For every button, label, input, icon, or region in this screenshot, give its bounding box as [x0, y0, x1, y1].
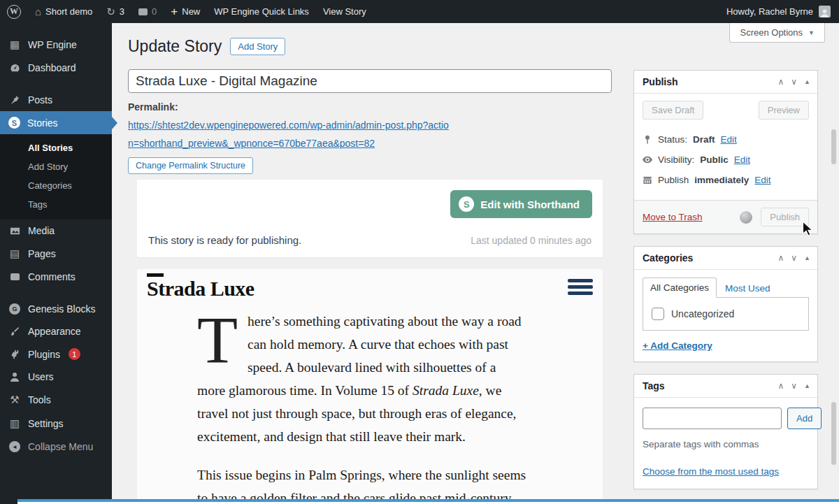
genesis-blocks-icon: G [8, 303, 21, 315]
collapse-toggle-icon[interactable]: ▲ [804, 78, 810, 85]
move-up-icon[interactable]: ∧ [777, 381, 784, 391]
tags-panel: Tags ∧ ∨ ▲ Add Separate tags with commas… [633, 374, 818, 489]
move-up-icon[interactable]: ∧ [777, 253, 784, 263]
sidebar-item-label: Media [28, 225, 55, 236]
edit-visibility-link[interactable]: Edit [734, 154, 750, 165]
choose-most-used-tags-link[interactable]: Choose from the most used tags [643, 466, 779, 477]
new-label: New [182, 6, 200, 17]
sidebar-item-genesis-blocks[interactable]: G Genesis Blocks [0, 298, 112, 320]
sidebar-item-tools[interactable]: ⚒ Tools [0, 388, 112, 412]
scrollbar-thumb[interactable] [831, 129, 836, 164]
new-content-menu[interactable]: + New [164, 0, 207, 23]
calendar-icon [643, 175, 652, 185]
publish-button[interactable]: Publish [761, 208, 809, 226]
sidebar-item-wp-engine[interactable]: ▦ WP Engine [0, 33, 112, 57]
plugin-icon [8, 350, 21, 359]
collapse-arrow-icon: ◄ [8, 441, 21, 452]
tags-panel-title: Tags [643, 380, 777, 391]
screen-options-label: Screen Options [740, 27, 803, 38]
scrollbar-thumb[interactable] [831, 402, 836, 465]
spinner-icon [740, 211, 752, 224]
updates-icon: ↻ [106, 6, 115, 17]
collapse-toggle-icon[interactable]: ▲ [804, 254, 810, 261]
sidebar-item-appearance[interactable]: Appearance [0, 320, 112, 343]
wp-logo-menu[interactable]: W [0, 0, 28, 23]
view-story-label: View Story [323, 6, 366, 17]
tab-most-used[interactable]: Most Used [717, 279, 779, 298]
publish-panel: Publish ∧ ∨ ▲ Save Draft Preview Status: [633, 70, 818, 234]
sidebar-item-stories[interactable]: S Stories [0, 111, 112, 134]
pushpin-icon [8, 95, 21, 105]
sidebar-item-plugins[interactable]: Plugins 1 [0, 343, 112, 366]
story-body: There’s something captivating about the … [197, 310, 527, 504]
categories-panel-title: Categories [643, 252, 777, 264]
submenu-item-all-stories[interactable]: All Stories [0, 138, 112, 157]
person-icon [820, 8, 829, 17]
howdy-label[interactable]: Howdy, Rachel Byrne [726, 6, 813, 17]
comments-link[interactable]: 0 [131, 0, 164, 23]
comment-bubble-icon [138, 8, 148, 15]
status-value: Draft [693, 134, 715, 145]
edit-status-link[interactable]: Edit [721, 134, 737, 145]
story-title-input[interactable] [128, 69, 612, 93]
categories-panel: Categories ∧ ∨ ▲ All Categories Most Use… [633, 246, 818, 362]
story-paragraph-2: This issue begins in Palm Springs, where… [197, 463, 527, 504]
uncategorized-checkbox[interactable] [652, 308, 664, 320]
sidebar-item-comments[interactable]: Comments [0, 266, 112, 288]
grid-icon: ▦ [8, 38, 21, 51]
move-up-icon[interactable]: ∧ [777, 77, 784, 87]
submenu-item-categories[interactable]: Categories [0, 176, 112, 195]
sidebar-item-label: Stories [27, 117, 58, 129]
submenu-item-add-story[interactable]: Add Story [0, 157, 112, 176]
sidebar-item-settings[interactable]: ▥ Settings [0, 412, 112, 435]
status-pin-icon [643, 135, 652, 144]
permalink-url-link[interactable]: https://shtest2dev.wpenginepowered.com/w… [128, 117, 450, 153]
change-permalink-button[interactable]: Change Permalink Structure [128, 157, 253, 174]
sidebar-item-label: Settings [28, 418, 64, 429]
sidebar-item-posts[interactable]: Posts [0, 89, 112, 111]
add-category-link[interactable]: + Add Category [643, 340, 712, 351]
hamburger-menu-icon[interactable] [568, 279, 593, 298]
view-story-link[interactable]: View Story [316, 0, 373, 23]
collapse-menu-button[interactable]: ◄ Collapse Menu [0, 435, 112, 458]
sidebar-item-label: Pages [28, 248, 56, 259]
move-to-trash-link[interactable]: Move to Trash [643, 212, 740, 222]
edit-with-shorthand-button[interactable]: S Edit with Shorthand [450, 190, 592, 218]
move-down-icon[interactable]: ∨ [791, 253, 797, 263]
story-logo: Strada Luxe [147, 277, 254, 301]
preview-button[interactable]: Preview [759, 101, 809, 120]
site-name-link[interactable]: ⌂ Short demo [28, 0, 99, 23]
edit-schedule-link[interactable]: Edit [754, 175, 770, 185]
page-title: Update Story [128, 37, 222, 56]
dropcap-letter: T [197, 310, 248, 367]
story-paragraph-1: There’s something captivating about the … [197, 310, 527, 448]
quick-links-label: WP Engine Quick Links [214, 6, 309, 17]
dashboard-gauge-icon [8, 63, 21, 73]
add-story-button[interactable]: Add Story [230, 38, 285, 55]
screen-options-tab[interactable]: Screen Options ▼ [729, 23, 825, 43]
sidebar-item-pages[interactable]: ▤ Pages [0, 242, 112, 266]
visibility-value: Public [700, 154, 729, 165]
sidebar-item-dashboard[interactable]: Dashboard [0, 57, 112, 79]
status-row: Status: Draft Edit [643, 129, 809, 150]
updates-link[interactable]: ↻ 3 [99, 0, 131, 23]
tab-all-categories[interactable]: All Categories [643, 278, 717, 298]
move-down-icon[interactable]: ∨ [791, 381, 797, 391]
visibility-label: Visibility: [658, 154, 694, 165]
collapse-toggle-icon[interactable]: ▲ [804, 382, 810, 389]
sidebar-item-label: Tools [28, 394, 51, 405]
sidebar-item-media[interactable]: Media [0, 219, 112, 242]
schedule-label: Publish [658, 175, 689, 185]
submenu-item-tags[interactable]: Tags [0, 195, 112, 214]
add-tag-button[interactable]: Add [787, 408, 822, 429]
shorthand-card: S Edit with Shorthand This story is read… [137, 180, 603, 257]
save-draft-button[interactable]: Save Draft [643, 101, 703, 120]
move-down-icon[interactable]: ∨ [791, 77, 797, 87]
user-avatar[interactable] [819, 6, 831, 17]
status-label: Status: [658, 134, 687, 145]
new-tag-input[interactable] [643, 408, 782, 429]
updates-count: 3 [120, 6, 124, 17]
wp-engine-quick-links-menu[interactable]: WP Engine Quick Links [207, 0, 316, 23]
sidebar-item-users[interactable]: Users [0, 366, 112, 388]
video-progress-bar [17, 499, 839, 502]
